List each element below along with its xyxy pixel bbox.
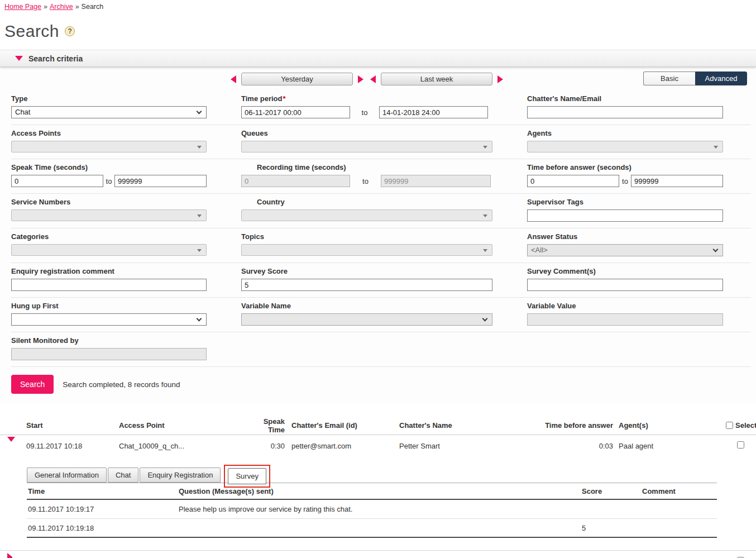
access-points-label: Access Points — [11, 129, 207, 137]
answer-status-select[interactable]: <All> — [527, 244, 723, 256]
dropdown-arrow-icon — [197, 249, 202, 252]
variable-name-select[interactable] — [241, 313, 492, 326]
yesterday-next-arrow-icon[interactable] — [358, 75, 363, 83]
speak-time-from-input[interactable] — [11, 175, 103, 187]
help-icon[interactable]: ? — [65, 26, 75, 36]
breadcrumb-separator: » — [75, 3, 79, 11]
queues-dropdown[interactable] — [241, 141, 492, 152]
topics-label: Topics — [241, 232, 492, 241]
basic-mode-button[interactable]: Basic — [643, 71, 695, 85]
agents-dropdown[interactable] — [527, 141, 723, 152]
column-header-select: Select — [735, 421, 756, 430]
chevron-down-icon — [713, 247, 719, 252]
recording-time-to-input — [381, 175, 491, 187]
to-label: to — [362, 108, 368, 117]
silent-monitored-by-input — [11, 348, 207, 360]
breadcrumb-home-link[interactable]: Home Page — [4, 3, 41, 11]
search-criteria-panel: Search criteria Yesterday Last week Basi… — [0, 50, 756, 404]
survey-header-row: Time Question (Message(s) sent) Score Co… — [27, 483, 717, 500]
time-period-label: Time period — [241, 94, 282, 103]
categories-dropdown[interactable] — [11, 244, 207, 256]
row-speak-time: 0:30 — [245, 442, 285, 450]
recording-time-label: Recording time (seconds) — [257, 163, 492, 171]
survey-column-score: Score — [582, 487, 642, 495]
survey-row-time: 09.11.2017 10:19:17 — [28, 505, 179, 513]
row-chatters-name: Petter Smart — [399, 442, 543, 450]
hung-up-first-select[interactable] — [11, 313, 207, 326]
variable-value-label: Variable Value — [527, 302, 723, 310]
column-header-access-point: Access Point — [119, 421, 245, 430]
supervisor-tags-input[interactable] — [527, 209, 723, 222]
row-start: 09.11.2017 10:18 — [26, 442, 119, 450]
type-select[interactable]: Chat — [11, 106, 207, 118]
column-header-start: Start — [26, 421, 119, 430]
advanced-mode-button[interactable]: Advanced — [695, 71, 747, 85]
queues-label: Queues — [241, 129, 492, 137]
yesterday-prev-arrow-icon[interactable] — [231, 75, 236, 83]
time-period-to-input[interactable] — [379, 106, 488, 118]
dropdown-arrow-icon — [483, 249, 487, 252]
dropdown-arrow-icon — [483, 146, 487, 149]
time-before-answer-from-input[interactable] — [527, 175, 619, 187]
tab-enquiry-registration[interactable]: Enquiry Registration — [140, 468, 221, 483]
required-asterisk: * — [283, 94, 285, 103]
survey-row: 09.11.2017 10:19:17 Please help us impro… — [27, 500, 717, 519]
chatter-name-email-label: Chatter's Name/Email — [527, 94, 723, 103]
chevron-down-icon — [197, 109, 202, 115]
type-select-value: Chat — [15, 108, 30, 116]
silent-monitored-by-label: Silent Monitored by — [11, 336, 207, 345]
chatter-name-email-input[interactable] — [527, 106, 723, 118]
yesterday-button[interactable]: Yesterday — [241, 73, 353, 85]
supervisor-tags-label: Supervisor Tags — [527, 198, 723, 206]
survey-column-comment: Comment — [642, 487, 717, 495]
results-header-row: Start Access Point Speak Time Chatter's … — [0, 416, 756, 435]
type-label: Type — [11, 94, 207, 103]
dropdown-arrow-icon — [714, 146, 718, 149]
column-header-speak-time: Speak Time — [245, 417, 285, 434]
survey-row-time: 09.11.2017 10:19:18 — [28, 524, 179, 532]
speak-time-label: Speak Time (seconds) — [11, 163, 207, 171]
time-period-from-input[interactable] — [241, 106, 350, 118]
access-points-dropdown[interactable] — [11, 141, 207, 152]
breadcrumb-archive-link[interactable]: Archive — [50, 3, 73, 11]
survey-comments-input[interactable] — [527, 279, 723, 291]
survey-column-time: Time — [28, 487, 179, 495]
lastweek-next-arrow-icon[interactable] — [497, 75, 503, 83]
collapse-triangle-icon[interactable] — [15, 56, 23, 61]
table-row: 13.11.2017 13:46 Chat_10009_q_ch... 1:14… — [0, 550, 756, 558]
column-header-agents: Agent(s) — [613, 421, 721, 430]
collapse-row-icon[interactable] — [7, 437, 15, 450]
row-select-checkbox[interactable] — [737, 441, 744, 449]
to-label: to — [362, 177, 369, 185]
tab-general-information[interactable]: General Information — [27, 468, 107, 483]
column-header-time-before-answer: Time before answer — [543, 421, 613, 430]
time-before-answer-to-input[interactable] — [631, 175, 723, 187]
agents-label: Agents — [527, 129, 723, 137]
chevron-down-icon — [197, 316, 202, 322]
lastweek-prev-arrow-icon[interactable] — [370, 75, 376, 83]
detail-tabs: General Information Chat Enquiry Registr… — [27, 457, 717, 483]
tab-survey[interactable]: Survey — [228, 468, 266, 484]
country-dropdown[interactable] — [241, 209, 492, 221]
survey-score-input[interactable] — [241, 279, 492, 291]
dropdown-arrow-icon — [197, 146, 202, 149]
categories-label: Categories — [11, 232, 207, 241]
topics-dropdown[interactable] — [241, 244, 492, 256]
service-numbers-dropdown[interactable] — [11, 209, 207, 221]
row-access-point: Chat_10009_q_ch... — [119, 442, 245, 450]
last-week-button[interactable]: Last week — [381, 73, 492, 85]
search-status-text: Search completed, 8 records found — [63, 380, 180, 389]
enquiry-registration-comment-input[interactable] — [11, 279, 207, 291]
enquiry-registration-comment-label: Enquiry registration comment — [11, 267, 207, 275]
search-criteria-header[interactable]: Search criteria — [0, 50, 756, 67]
survey-row: 09.11.2017 10:19:18 5 — [27, 519, 717, 538]
recording-time-from-input — [241, 175, 350, 187]
survey-score-label: Survey Score — [241, 267, 492, 275]
time-before-answer-label: Time before answer (seconds) — [527, 163, 723, 171]
variable-value-input — [527, 313, 723, 326]
search-button[interactable]: Search — [11, 375, 54, 394]
tab-chat[interactable]: Chat — [108, 468, 138, 483]
expand-row-icon[interactable] — [7, 553, 12, 558]
speak-time-to-input[interactable] — [114, 175, 207, 187]
select-all-checkbox[interactable] — [726, 422, 733, 429]
